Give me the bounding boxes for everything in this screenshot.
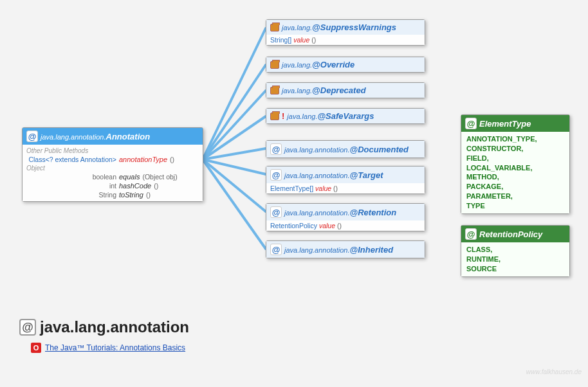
tutorial-link[interactable]: The Java™ Tutorials: Annotations Basics bbox=[45, 343, 185, 352]
annotation-root-box: @ java.lang.annotation.Annotation Other … bbox=[22, 127, 203, 202]
child-package: java.lang. bbox=[287, 113, 317, 120]
method-params: () bbox=[337, 222, 342, 230]
method-params: () bbox=[333, 184, 338, 192]
annotation-child-header: @java.lang.annotation.@Inherited bbox=[266, 241, 425, 258]
enum-value: ANNOTATION_TYPE, bbox=[466, 134, 564, 144]
child-classname: @SuppressWarnings bbox=[312, 22, 396, 32]
annotation-child-box: @java.lang.annotation.@RetentionRetentio… bbox=[266, 203, 425, 231]
package-icon bbox=[270, 113, 279, 120]
at-icon: @ bbox=[26, 130, 38, 142]
annotation-child-header: java.lang.@Override bbox=[266, 57, 425, 72]
enum-value: PACKAGE, bbox=[466, 182, 564, 192]
svg-line-2 bbox=[203, 91, 266, 159]
annotation-child-header: @java.lang.annotation.@Target bbox=[266, 166, 425, 183]
retentionpolicy-header: @ RetentionPolicy bbox=[461, 226, 569, 242]
annotation-child-box: java.lang.@SuppressWarningsString[] valu… bbox=[266, 19, 425, 46]
return-type: String[] bbox=[270, 36, 291, 44]
child-package: java.lang.annotation. bbox=[284, 172, 350, 179]
svg-line-5 bbox=[203, 159, 266, 174]
method-name: value bbox=[319, 222, 335, 230]
annotation-child-body: RetentionPolicy value () bbox=[266, 221, 425, 231]
page-title-area: @ java.lang.annotation O The Java™ Tutor… bbox=[19, 318, 189, 353]
final-marker-icon: ! bbox=[282, 111, 284, 121]
elementtype-name: ElementType bbox=[479, 119, 531, 129]
child-package: java.lang. bbox=[282, 87, 312, 94]
root-package: java.lang.annotation. bbox=[41, 133, 106, 141]
at-icon: @ bbox=[465, 118, 477, 129]
svg-line-6 bbox=[203, 159, 266, 212]
annotation-child-header: java.lang.@SuppressWarnings bbox=[266, 20, 425, 35]
svg-line-1 bbox=[203, 65, 266, 159]
enum-value: METHOD, bbox=[466, 172, 564, 182]
at-icon: @ bbox=[270, 244, 282, 255]
svg-line-7 bbox=[203, 159, 266, 249]
child-classname: @SafeVarargs bbox=[317, 111, 374, 121]
return-type: ElementType[] bbox=[270, 184, 313, 192]
method-hashCode: int hashCode () bbox=[26, 181, 199, 190]
child-package: java.lang. bbox=[282, 61, 312, 69]
child-package: java.lang.annotation. bbox=[284, 246, 350, 254]
method-name: value bbox=[293, 36, 309, 44]
annotation-child-header: @java.lang.annotation.@Retention bbox=[266, 204, 425, 221]
annotation-child-header: @java.lang.annotation.@Documented bbox=[266, 141, 425, 158]
elementtype-header: @ ElementType bbox=[461, 115, 569, 132]
page-title: @ java.lang.annotation bbox=[19, 318, 189, 336]
child-classname: @Documented bbox=[350, 145, 409, 154]
retentionpolicy-values: CLASS,RUNTIME,SOURCE bbox=[461, 242, 569, 276]
annotation-child-body: ElementType[] value () bbox=[266, 183, 425, 194]
annotation-child-header: java.lang.@Deprecated bbox=[266, 83, 425, 98]
child-classname: @Target bbox=[350, 170, 383, 180]
oracle-icon: O bbox=[31, 343, 41, 353]
return-type: RetentionPolicy bbox=[270, 222, 317, 230]
section-other-methods: Other Public Methods bbox=[26, 147, 199, 155]
at-icon: @ bbox=[465, 228, 477, 240]
annotation-child-body: String[] value () bbox=[266, 35, 425, 45]
svg-line-3 bbox=[203, 116, 266, 159]
child-classname: @Override bbox=[312, 60, 354, 69]
method-params: () bbox=[311, 36, 316, 44]
at-icon: @ bbox=[270, 206, 282, 218]
enum-value: FIELD, bbox=[466, 154, 564, 163]
retentionpolicy-box: @ RetentionPolicy CLASS,RUNTIME,SOURCE bbox=[461, 225, 570, 277]
section-object: Object bbox=[26, 164, 199, 172]
annotation-child-box: @java.lang.annotation.@Documented bbox=[266, 140, 425, 158]
enum-value: RUNTIME, bbox=[466, 255, 564, 264]
elementtype-box: @ ElementType ANNOTATION_TYPE,CONSTRUCTO… bbox=[461, 114, 570, 214]
package-icon bbox=[270, 61, 279, 69]
child-package: java.lang.annotation. bbox=[284, 146, 350, 154]
enum-value: LOCAL_VARIABLE, bbox=[466, 163, 564, 173]
annotation-child-box: java.lang.@Override bbox=[266, 57, 425, 73]
method-toString: String toString () bbox=[26, 190, 199, 199]
method-equals: boolean equals (Object obj) bbox=[26, 172, 199, 181]
child-package: java.lang.annotation. bbox=[284, 209, 350, 217]
annotation-child-header: !java.lang.@SafeVarargs bbox=[266, 109, 425, 123]
at-icon: @ bbox=[270, 143, 282, 155]
enum-value: SOURCE bbox=[466, 264, 564, 274]
enum-value: CONSTRUCTOR, bbox=[466, 144, 564, 154]
annotation-child-box: !java.lang.@SafeVarargs bbox=[266, 108, 425, 124]
enum-value: TYPE bbox=[466, 201, 564, 211]
enum-value: PARAMETER, bbox=[466, 192, 564, 201]
annotation-root-header: @ java.lang.annotation.Annotation bbox=[23, 128, 203, 145]
at-icon: @ bbox=[19, 319, 36, 336]
annotation-child-box: @java.lang.annotation.@TargetElementType… bbox=[266, 166, 425, 194]
child-classname: @Deprecated bbox=[312, 86, 365, 95]
svg-line-4 bbox=[203, 148, 266, 159]
annotation-child-box: @java.lang.annotation.@Inherited bbox=[266, 240, 425, 258]
root-classname: Annotation bbox=[106, 132, 151, 141]
package-icon bbox=[270, 24, 279, 32]
at-icon: @ bbox=[270, 169, 282, 181]
child-package: java.lang. bbox=[282, 24, 312, 32]
elementtype-values: ANNOTATION_TYPE,CONSTRUCTOR,FIELD,LOCAL_… bbox=[461, 132, 569, 213]
tutorial-link-row: O The Java™ Tutorials: Annotations Basic… bbox=[31, 343, 189, 353]
method-name: value bbox=[315, 184, 331, 192]
child-classname: @Inherited bbox=[350, 245, 394, 255]
package-icon bbox=[270, 87, 279, 94]
child-classname: @Retention bbox=[350, 208, 397, 217]
watermark: www.falkhausen.de bbox=[526, 368, 582, 375]
svg-line-0 bbox=[203, 28, 266, 159]
enum-value: CLASS, bbox=[466, 245, 564, 255]
annotation-root-body: Other Public Methods Class<? extends Ann… bbox=[23, 145, 203, 201]
retentionpolicy-name: RetentionPolicy bbox=[479, 230, 542, 239]
annotation-child-box: java.lang.@Deprecated bbox=[266, 82, 425, 98]
